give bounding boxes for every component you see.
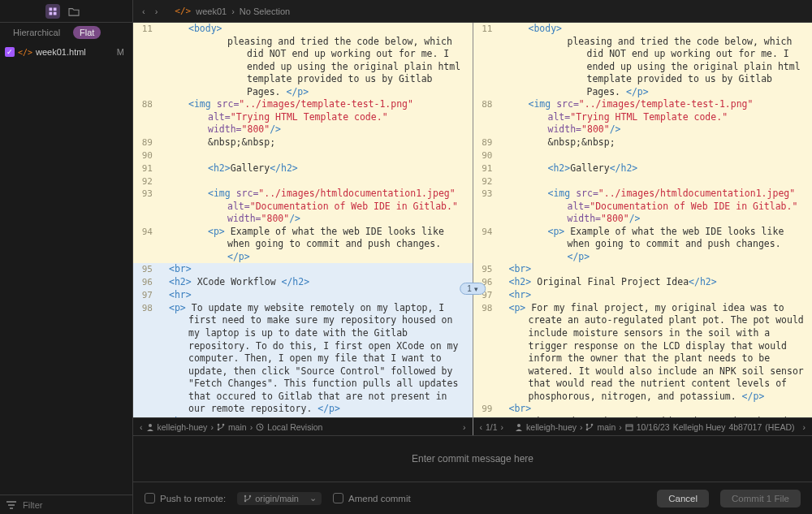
right-footer: ‹ 1/1 › kelleigh-huey › main › 10/16/23 — [473, 417, 813, 435]
nav-next-icon[interactable]: › — [803, 422, 806, 432]
line-number: 96 — [133, 276, 159, 289]
footer-branch: main — [228, 422, 247, 432]
code-line: 90 — [473, 149, 813, 162]
folder-icon[interactable] — [67, 4, 81, 19]
line-number: 88 — [473, 98, 499, 136]
chevron-right-icon: › — [231, 6, 235, 16]
nav-prev-icon[interactable]: ‹ — [140, 422, 143, 432]
file-row[interactable]: ✓ </> week01.html M — [0, 45, 132, 58]
breadcrumb-selection: No Selection — [240, 6, 290, 16]
code-line: 93<img src="../images/htmldocumentation1… — [133, 188, 473, 226]
diff-pane-right: 11<body>pleasing and tried the code belo… — [473, 23, 813, 435]
calendar-icon — [625, 423, 633, 431]
svg-point-14 — [244, 495, 246, 496]
amend-commit-checkbox[interactable]: Amend commit — [333, 493, 411, 503]
code-line: 90 — [133, 149, 473, 162]
line-number: 93 — [473, 188, 499, 226]
line-number: 90 — [473, 149, 499, 162]
code-line: 99<br> — [473, 403, 813, 416]
filter-icon[interactable] — [6, 501, 16, 509]
push-to-remote-label: Push to remote: — [160, 494, 226, 503]
chevron-updown-icon: ⌄ — [309, 493, 317, 503]
footer-revision-label: Local Revision — [267, 422, 322, 432]
nav-back-icon[interactable]: ‹ — [140, 6, 148, 16]
clock-icon — [256, 423, 264, 431]
code-line: 94<p> Example of what the web IDE looks … — [133, 226, 473, 264]
branch-icon — [585, 423, 594, 431]
footer-counter: 1/1 — [486, 422, 498, 432]
commit-button[interactable]: Commit 1 File — [720, 490, 801, 508]
line-number — [473, 36, 499, 99]
line-number: 89 — [133, 136, 159, 149]
code-line: 92 — [473, 175, 813, 188]
code-line: 91<h2>Gallery</h2> — [133, 162, 473, 175]
branch-icon — [244, 495, 252, 503]
line-number: 90 — [133, 149, 159, 162]
filter-row — [0, 495, 132, 514]
code-line: 11<body> — [473, 23, 813, 36]
svg-rect-13 — [626, 425, 633, 430]
cancel-button[interactable]: Cancel — [657, 490, 709, 508]
left-footer: ‹ kelleigh-huey › main › Local Revision … — [133, 417, 473, 435]
code-line: 96<h2> XCode Workflow </h2> — [133, 276, 473, 289]
tab-hierarchical[interactable]: Hierarchical — [6, 26, 67, 39]
file-checkbox[interactable]: ✓ — [5, 47, 15, 57]
line-number: 91 — [133, 162, 159, 175]
code-line: 94<p> Example of what the web IDE looks … — [473, 226, 813, 264]
code-right[interactable]: 11<body>pleasing and tried the code belo… — [473, 23, 813, 417]
svg-point-7 — [218, 428, 220, 430]
code-line: 95<br> — [133, 263, 473, 276]
nav-prev-icon[interactable]: ‹ — [480, 422, 483, 432]
footer-hash: 4b87017 — [728, 422, 762, 432]
push-to-remote-checkbox[interactable]: Push to remote: — [145, 493, 226, 503]
line-number: 95 — [133, 263, 159, 276]
code-line: 95<br> — [473, 263, 813, 276]
line-number: 92 — [133, 175, 159, 188]
file-name: week01.html — [36, 47, 86, 57]
branch-icon — [217, 423, 225, 431]
svg-point-16 — [244, 499, 246, 501]
line-number: 93 — [133, 188, 159, 226]
line-number: 97 — [133, 289, 159, 302]
line-number: 98 — [133, 302, 159, 416]
nav-next-icon[interactable]: › — [463, 422, 466, 432]
line-number: 92 — [473, 175, 499, 188]
code-line: 98<p> For my final project, my original … — [473, 302, 813, 403]
remote-select[interactable]: origin/main ⌄ — [237, 492, 322, 505]
source-control-icon[interactable] — [45, 4, 60, 19]
svg-point-4 — [149, 424, 152, 427]
code-line: 88<img src="../images/template-test-1.pn… — [133, 98, 473, 136]
line-number: 11 — [473, 23, 499, 36]
nav-next-icon[interactable]: › — [501, 422, 504, 432]
editor-area: ‹ › </> week01 › No Selection 1▾ 11<body… — [133, 0, 812, 514]
footer-user: kelleigh-huey — [526, 422, 577, 432]
diff-hunk-badge[interactable]: 1▾ — [460, 283, 486, 295]
code-line: 92 — [133, 175, 473, 188]
commit-toolbar: Push to remote: origin/main ⌄ Amend comm… — [133, 482, 812, 514]
code-line: 89&nbsp;&nbsp; — [133, 136, 473, 149]
code-line: 89&nbsp;&nbsp; — [473, 136, 813, 149]
html-file-icon: </> — [18, 48, 32, 57]
svg-rect-3 — [54, 11, 57, 15]
line-number: 91 — [473, 162, 499, 175]
code-line: 93<img src="../images/htmldocumentation1… — [473, 188, 813, 226]
diff-view: 1▾ 11<body>pleasing and tried the code b… — [133, 23, 812, 435]
code-line: 96<h2> Original Final Project Idea</h2> — [473, 276, 813, 289]
code-left[interactable]: 11<body>pleasing and tried the code belo… — [133, 23, 473, 417]
commit-message-input[interactable]: Enter commit message here — [133, 436, 812, 482]
line-number: 94 — [473, 226, 499, 264]
nav-forward-icon[interactable]: › — [153, 6, 161, 16]
svg-rect-0 — [50, 7, 53, 11]
breadcrumb-file[interactable]: week01 — [196, 6, 227, 16]
line-number: 94 — [133, 226, 159, 264]
line-number: 95 — [473, 263, 499, 276]
amend-commit-label: Amend commit — [348, 494, 411, 503]
sidebar: Hierarchical Flat ✓ </> week01.html M — [0, 0, 133, 514]
footer-user: kelleigh-huey — [158, 422, 208, 432]
svg-point-10 — [586, 423, 589, 425]
code-line: 11<body> — [133, 23, 473, 36]
tab-flat[interactable]: Flat — [73, 26, 101, 39]
line-number — [133, 36, 159, 99]
svg-point-5 — [218, 423, 220, 425]
filter-input[interactable] — [21, 499, 126, 511]
